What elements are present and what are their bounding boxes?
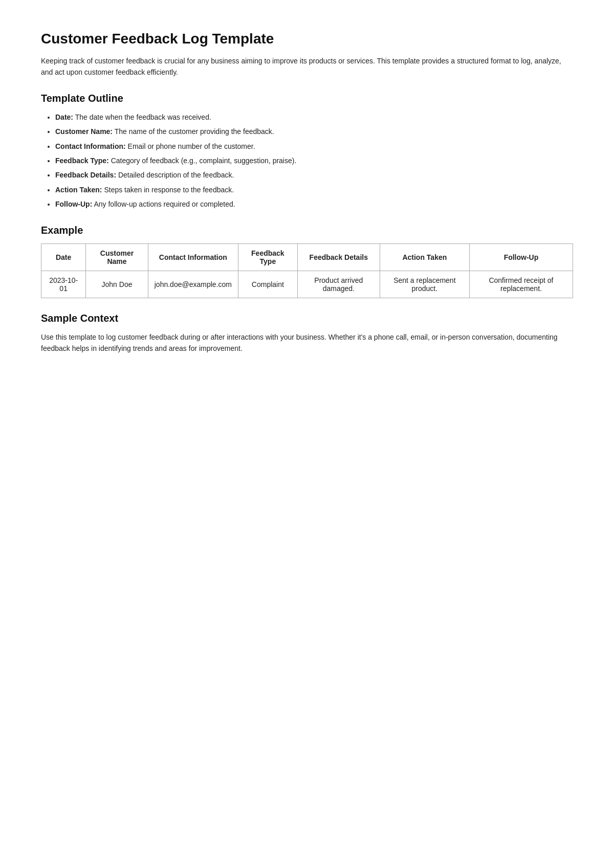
table-row: 2023-10-01 John Doe john.doe@example.com… [41,271,573,298]
list-item-label: Feedback Details: [55,171,116,179]
list-item-label: Feedback Type: [55,157,109,165]
page-title: Customer Feedback Log Template [41,31,573,47]
list-item: Contact Information: Email or phone numb… [55,141,573,152]
list-item: Feedback Details: Detailed description o… [55,169,573,181]
list-item-text: Email or phone number of the customer. [128,142,255,150]
list-item-label: Follow-Up: [55,200,92,208]
example-section-title: Example [41,225,573,236]
cell-feedback-details: Product arrived damaged. [297,271,380,298]
feedback-table: Date Customer Name Contact Information F… [41,243,573,298]
sample-context-text: Use this template to log customer feedba… [41,331,573,354]
intro-paragraph: Keeping track of customer feedback is cr… [41,55,573,78]
col-header-date: Date [41,243,86,271]
col-header-feedback-type: Feedback Type [238,243,297,271]
cell-contact-info: john.doe@example.com [148,271,238,298]
list-item-label: Action Taken: [55,186,102,194]
sample-context-title: Sample Context [41,313,573,324]
list-item: Feedback Type: Category of feedback (e.g… [55,155,573,166]
cell-action-taken: Sent a replacement product. [380,271,469,298]
outline-list: Date: The date when the feedback was rec… [41,112,573,210]
col-header-contact-info: Contact Information [148,243,238,271]
list-item: Action Taken: Steps taken in response to… [55,184,573,195]
col-header-customer-name: Customer Name [86,243,148,271]
table-header-row: Date Customer Name Contact Information F… [41,243,573,271]
outline-section-title: Template Outline [41,93,573,104]
cell-feedback-type: Complaint [238,271,297,298]
col-header-action-taken: Action Taken [380,243,469,271]
list-item-label: Customer Name: [55,127,113,136]
list-item-text: Category of feedback (e.g., complaint, s… [111,157,297,165]
list-item-text: The date when the feedback was received. [75,113,211,121]
list-item: Customer Name: The name of the customer … [55,126,573,137]
list-item: Follow-Up: Any follow-up actions require… [55,198,573,210]
list-item-text: Steps taken in response to the feedback. [104,186,234,194]
example-section: Example Date Customer Name Contact Infor… [41,225,573,298]
list-item-label: Date: [55,113,73,121]
list-item-label: Contact Information: [55,142,126,150]
col-header-follow-up: Follow-Up [469,243,573,271]
cell-date: 2023-10-01 [41,271,86,298]
cell-customer-name: John Doe [86,271,148,298]
col-header-feedback-details: Feedback Details [297,243,380,271]
list-item-text: The name of the customer providing the f… [115,127,274,136]
list-item-text: Any follow-up actions required or comple… [94,200,235,208]
list-item: Date: The date when the feedback was rec… [55,112,573,123]
list-item-text: Detailed description of the feedback. [118,171,234,179]
sample-context-section: Sample Context Use this template to log … [41,313,573,354]
cell-follow-up: Confirmed receipt of replacement. [469,271,573,298]
